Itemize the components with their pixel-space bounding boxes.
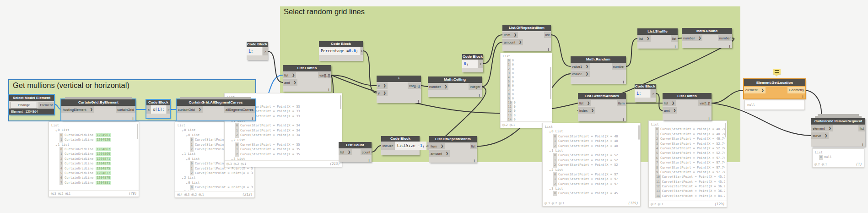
input-port-number[interactable]: number❯	[682, 35, 702, 41]
wire[interactable]	[712, 90, 744, 103]
wire[interactable]	[363, 51, 377, 93]
output-port-list[interactable]: list	[858, 125, 865, 131]
preview-bubble-flatten-right[interactable]: List0Curve(StartPoint = Point(X = 40.741…	[648, 120, 727, 208]
input-port-list[interactable]: list❯	[578, 100, 591, 106]
wire[interactable]	[54, 104, 61, 109]
code-block-code[interactable]: Percentage = 0.6;	[319, 47, 360, 55]
warning-note-icon[interactable]	[773, 69, 781, 75]
lacing-indicator[interactable]: ❙	[862, 143, 864, 146]
input-port-curtaingrid[interactable]: curtainGrid❯	[177, 106, 203, 113]
node-code-block-x1[interactable]: Code Block x x[1]; >	[146, 100, 170, 118]
output-port-element[interactable]: Element	[38, 102, 54, 108]
output-port-list[interactable]: list	[671, 35, 678, 42]
input-port-listsize[interactable]: listSize	[381, 142, 395, 150]
node-code-block-1-left[interactable]: Code Block 1; >	[247, 42, 268, 60]
node-code-block-1-right[interactable]: Code Block 1; >	[635, 84, 656, 102]
lacing-indicator[interactable]: ❙	[728, 44, 731, 48]
input-port-value1[interactable]: value1❯	[571, 63, 590, 70]
output-port-number[interactable]: number	[612, 63, 626, 70]
node-list-shuffle[interactable]: List.Shuffle list❯ list ❙	[637, 28, 678, 49]
input-port-amt[interactable]: amt❯	[663, 107, 677, 114]
input-port-amount[interactable]: amount❯	[429, 150, 450, 157]
output-port-curtaingrid[interactable]: curtainGrid	[116, 106, 135, 113]
output-port-number[interactable]: number	[718, 35, 732, 41]
input-port-list[interactable]: list❯	[283, 72, 296, 78]
node-math-random[interactable]: Math.Random value1❯ number value2❯ ❙	[571, 56, 626, 84]
output-port[interactable]: >	[651, 89, 656, 98]
lacing-indicator[interactable]: ❙	[417, 99, 420, 103]
node-list-ofrepeateditem-top[interactable]: List.OfRepeatedItem item❯ list amount❯ ❙	[502, 25, 551, 51]
lacing-indicator[interactable]: ❙	[368, 158, 370, 162]
node-curtaingrid-allsegmentcurves[interactable]: CurtainGrid.AllSegmentCurves curtainGrid…	[177, 99, 255, 120]
wire[interactable]	[551, 35, 571, 66]
input-port-y[interactable]: y❯	[377, 90, 388, 96]
preview-bubble-zeros[interactable]: List001020304050607080901001101201301401…	[500, 53, 552, 128]
lacing-indicator[interactable]: ❙	[708, 117, 710, 120]
input-port-list[interactable]: list❯	[663, 100, 676, 106]
input-port-number[interactable]: number❯	[428, 83, 448, 90]
wire[interactable]	[268, 51, 283, 82]
output-port-var[interactable]: var[]..[]	[318, 72, 331, 78]
scrollbar[interactable]	[137, 124, 138, 139]
change-button[interactable]: Change	[11, 102, 37, 109]
lacing-indicator[interactable]: ❙	[802, 95, 804, 98]
node-list-flatten-left[interactable]: List.Flatten list❯ var[]..[] amt❯ ❙	[283, 65, 331, 92]
scrollbar[interactable]	[340, 95, 341, 109]
wire[interactable]	[626, 38, 637, 66]
input-port-list[interactable]: list❯	[637, 35, 651, 42]
input-port-amt[interactable]: amt❯	[283, 79, 297, 86]
node-element-getlocation[interactable]: Element.GetLocation element❯ Geometry ❙	[744, 79, 805, 98]
input-port-list[interactable]: list❯	[339, 149, 352, 155]
lacing-indicator[interactable]: ❙	[478, 93, 480, 97]
scrollbar[interactable]	[550, 67, 551, 99]
node-list-flatten-right[interactable]: List.Flatten list❯ var[]..[] amt❯ ❙	[663, 93, 712, 120]
node-math-ceiling[interactable]: Math.Ceiling number❯ integer ❙	[428, 76, 482, 97]
output-port-var[interactable]: var[]..[]	[408, 82, 421, 89]
input-port-item[interactable]: item❯	[502, 32, 518, 38]
input-port-element[interactable]: element❯	[811, 125, 833, 131]
output-port[interactable]: >	[167, 105, 170, 114]
lacing-indicator[interactable]: ❙	[674, 45, 676, 48]
wire[interactable]	[421, 86, 428, 87]
node-select-model-element[interactable]: Select Model Element Change Element Elem…	[9, 95, 54, 115]
node-code-block-listsize[interactable]: Code Block listSize listSize - 1; >	[381, 136, 420, 155]
wire[interactable]	[372, 146, 381, 152]
output-port[interactable]: >	[427, 142, 429, 150]
input-port-x[interactable]: x	[146, 105, 151, 114]
lacing-indicator[interactable]: ❙	[622, 118, 625, 121]
preview-bubble-getitematindex[interactable]: List⌄0 List0Curve(StartPoint = Point(X =…	[542, 123, 641, 207]
input-port-hostingelement[interactable]: hostingElement❯	[61, 106, 94, 113]
node-code-block-0[interactable]: Code Block 0; >	[462, 54, 483, 72]
output-port-integer[interactable]: integer	[469, 83, 482, 90]
node-multiply[interactable]: * x❯ var[]..[] y❯ ❙	[377, 76, 421, 103]
output-port-geometry[interactable]: Geometry	[787, 87, 805, 93]
output-port[interactable]: >	[263, 47, 268, 55]
output-port-item[interactable]: item	[617, 100, 626, 106]
node-code-block-percentage[interactable]: Code Block Percentage = 0.6; >	[319, 41, 363, 61]
input-port-index[interactable]: index❯	[578, 107, 595, 114]
input-port-element[interactable]: element❯	[744, 87, 766, 93]
code-block-code[interactable]: 0;	[462, 60, 478, 68]
output-port-var[interactable]: var[]..[]	[698, 100, 712, 106]
input-port-value2[interactable]: value2❯	[571, 71, 590, 77]
scrollbar[interactable]	[638, 125, 640, 140]
code-block-code[interactable]: 1;	[635, 89, 650, 98]
node-curtaingrid-removesegment[interactable]: CurtainGrid.RemoveSegment element❯ list …	[811, 118, 865, 147]
output-port-list[interactable]: list	[544, 32, 551, 38]
code-block-code[interactable]: listSize - 1;	[395, 142, 426, 150]
lacing-indicator[interactable]: ❙	[251, 117, 253, 120]
preview-bubble-removesegment[interactable]: List0null @L2 @L1(1)	[812, 148, 864, 168]
lacing-indicator[interactable]: ❙	[132, 117, 134, 120]
input-port-curve[interactable]: curve❯	[811, 132, 829, 139]
scrollbar[interactable]	[725, 123, 726, 137]
code-block-code[interactable]: 1;	[247, 47, 262, 55]
node-math-round[interactable]: Math.Round number❯ number ❙	[682, 28, 732, 48]
node-curtaingrid-byelement[interactable]: CurtainGrid.ByElement hostingElement❯ cu…	[61, 99, 135, 120]
lacing-indicator[interactable]: ❙	[473, 159, 475, 162]
node-list-count[interactable]: List.Count list❯ count ❙	[339, 142, 372, 162]
preview-bubble-null[interactable]: null	[744, 100, 805, 110]
output-port-allsegmentcurves[interactable]: allSegmentCurves	[224, 106, 255, 113]
lacing-indicator[interactable]: ❙	[547, 48, 550, 51]
input-port-item[interactable]: item❯	[429, 143, 445, 149]
output-port[interactable]: >	[361, 47, 363, 55]
